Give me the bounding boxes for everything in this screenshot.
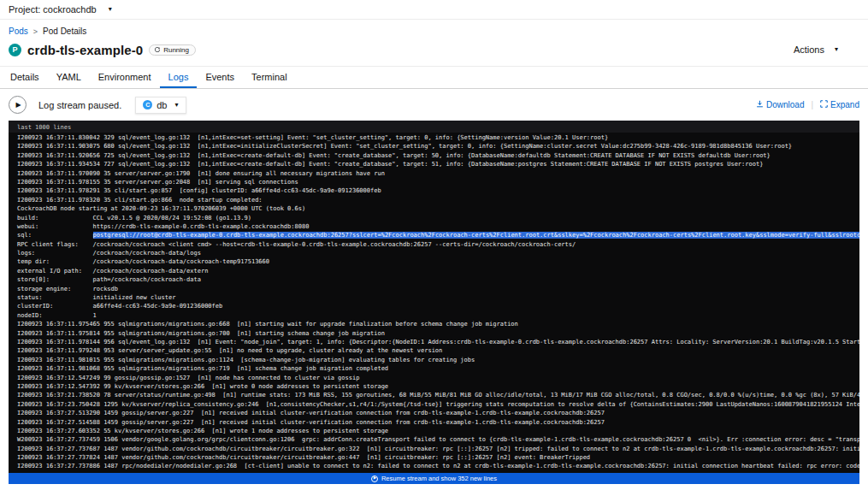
- vertical-divider: |: [811, 100, 813, 109]
- resume-stream-label: Resume stream and show 352 new lines: [381, 475, 497, 482]
- log-line: CockroachDB node starting at 2020-09-23 …: [17, 204, 859, 213]
- log-line: I200923 16:37:11.975465 955 sqlmigration…: [17, 320, 859, 328]
- log-line: sql: postgresql://root@crdb-tls-example-…: [17, 231, 859, 239]
- log-stream-status: Log stream paused.: [38, 100, 121, 110]
- actions-dropdown-label: Actions: [794, 44, 824, 55]
- log-line: clusterID: a66ffe4d-cc63-45dc-9a9e-09123…: [17, 302, 859, 310]
- log-line: nodeID: 1: [17, 311, 859, 320]
- log-line: I200923 16:37:27.737687 1487 vendor/gith…: [17, 445, 859, 453]
- resume-stream-bar[interactable]: ▶ Resume stream and show 352 new lines: [9, 473, 859, 484]
- log-line: I200923 16:37:11.978320 35 cli/start.go:…: [17, 196, 859, 204]
- log-line: I200923 16:37:11.978144 956 sql/event_lo…: [17, 338, 859, 346]
- tab-environment[interactable]: Environment: [90, 67, 160, 88]
- chevron-down-icon: ▾: [174, 102, 178, 109]
- masthead: Project: cockroachdb ▾: [0, 0, 868, 20]
- tab-yaml[interactable]: YAML: [48, 67, 90, 88]
- log-actions: Download | Expand: [756, 100, 859, 109]
- log-line: W200923 16:37:27.737459 1506 vendor/goog…: [17, 435, 859, 444]
- log-line: temp dir: /cockroach/cockroach-data/cock…: [17, 257, 859, 266]
- log-line: I200923 16:37:11.903075 680 sql/event_lo…: [17, 142, 859, 151]
- actions-dropdown[interactable]: Actions ▾: [794, 44, 838, 55]
- breadcrumb-current: Pod Details: [43, 27, 86, 36]
- log-line: I200923 16:37:21.738520 78 server/status…: [17, 391, 859, 399]
- log-line: store[0]: path=/cockroach/cockroach-data: [17, 275, 859, 284]
- page-header: P crdb-tls-example-0 Running Actions ▾: [0, 36, 868, 58]
- log-line: I200923 16:37:12.547392 99 kv/kvserver/s…: [17, 382, 859, 391]
- log-line: I200923 16:37:11.978291 35 cli/start.go:…: [17, 186, 859, 195]
- log-line: I200923 16:37:11.978155 35 server/server…: [17, 178, 859, 186]
- log-line-count: last 1000 lines: [9, 121, 859, 133]
- page-title: crdb-tls-example-0: [27, 43, 143, 57]
- log-line: I200923 16:37:23.750428 1295 kv/kvserver…: [17, 400, 859, 409]
- tab-terminal[interactable]: Terminal: [243, 67, 296, 88]
- play-circle-icon: ▶: [371, 475, 378, 482]
- play-icon: ▶: [15, 101, 21, 109]
- pod-kind-badge: P: [9, 44, 21, 56]
- log-controls: ▶ Log stream paused. C db ▾ Download | E…: [0, 89, 868, 121]
- breadcrumb: Pods > Pod Details: [0, 20, 868, 36]
- log-line: I200923 16:37:11.920656 725 sql/event_lo…: [17, 151, 859, 160]
- log-line: I200923 16:37:27.514588 1459 gossip/serv…: [17, 418, 859, 427]
- chevron-down-icon: ▾: [109, 6, 112, 13]
- log-line: I200923 16:37:11.970090 35 server/server…: [17, 169, 859, 178]
- breadcrumb-pods-link[interactable]: Pods: [9, 27, 28, 36]
- expand-log-button[interactable]: Expand: [820, 100, 859, 109]
- log-line: I200923 16:37:11.979248 953 server/serve…: [17, 346, 859, 355]
- selected-log-text: postgresql://root@crdb-tls-example-0.crd…: [93, 232, 859, 239]
- project-selector[interactable]: Project: cockroachdb ▾: [9, 4, 112, 15]
- download-icon: [756, 100, 764, 109]
- log-line: webui: https://crdb-tls-example-0.crdb-t…: [17, 222, 859, 231]
- log-line: I200923 16:37:11.934534 727 sql/event_lo…: [17, 160, 859, 168]
- log-line: I200923 16:37:27.737886 1487 rpc/nodedia…: [17, 462, 859, 470]
- breadcrumb-separator: >: [33, 27, 38, 36]
- project-selector-label: Project: cockroachdb: [9, 4, 97, 15]
- tab-details[interactable]: Details: [2, 67, 48, 88]
- download-label: Download: [766, 100, 804, 109]
- log-line: status: initialized new cluster: [17, 293, 859, 302]
- log-line: I200923 16:37:11.981015 955 sqlmigration…: [17, 356, 859, 364]
- log-lines: I200923 16:37:11.830042 329 sql/event_lo…: [9, 133, 859, 471]
- log-line: I200923 16:37:11.830042 329 sql/event_lo…: [17, 133, 859, 142]
- log-line: I200923 16:37:27.737824 1487 vendor/gith…: [17, 453, 859, 462]
- log-line: I200923 16:37:27.603352 55 kv/kvserver/s…: [17, 427, 859, 435]
- chevron-down-icon: ▾: [835, 46, 838, 53]
- log-line: RPC client flags: /cockroach/cockroach <…: [17, 240, 859, 249]
- log-line: I200923 16:37:12.547249 99 gossip/gossip…: [17, 374, 859, 382]
- tab-events[interactable]: Events: [197, 67, 243, 88]
- expand-icon: [820, 100, 828, 109]
- expand-label: Expand: [830, 100, 859, 109]
- log-line: logs: /cockroach/cockroach-data/logs: [17, 249, 859, 257]
- container-selector[interactable]: C db ▾: [135, 97, 186, 114]
- sync-icon: [154, 46, 161, 53]
- download-log-button[interactable]: Download: [756, 100, 804, 109]
- log-line: I200923 16:37:11.975814 955 sqlmigration…: [17, 329, 859, 338]
- log-line: I200923 16:37:11.981068 955 sqlmigration…: [17, 364, 859, 373]
- tab-bar: DetailsYAMLEnvironmentLogsEventsTerminal: [0, 67, 868, 89]
- log-line: I200923 16:37:27.513290 1459 gossip/serv…: [17, 409, 859, 417]
- container-badge: C: [143, 100, 152, 109]
- log-viewer: last 1000 lines I200923 16:37:11.830042 …: [9, 121, 859, 484]
- status-badge: Running: [149, 44, 196, 56]
- log-line: storage engine: rocksdb: [17, 285, 859, 293]
- status-badge-label: Running: [163, 46, 189, 54]
- log-line: build: CCL v20.1.5 @ 2020/08/24 19:52:08…: [17, 214, 859, 222]
- log-line: external I/O path: /cockroach/cockroach-…: [17, 267, 859, 275]
- tab-logs[interactable]: Logs: [160, 67, 198, 88]
- resume-log-stream-button[interactable]: ▶: [9, 96, 27, 114]
- container-selector-value: db: [156, 100, 167, 110]
